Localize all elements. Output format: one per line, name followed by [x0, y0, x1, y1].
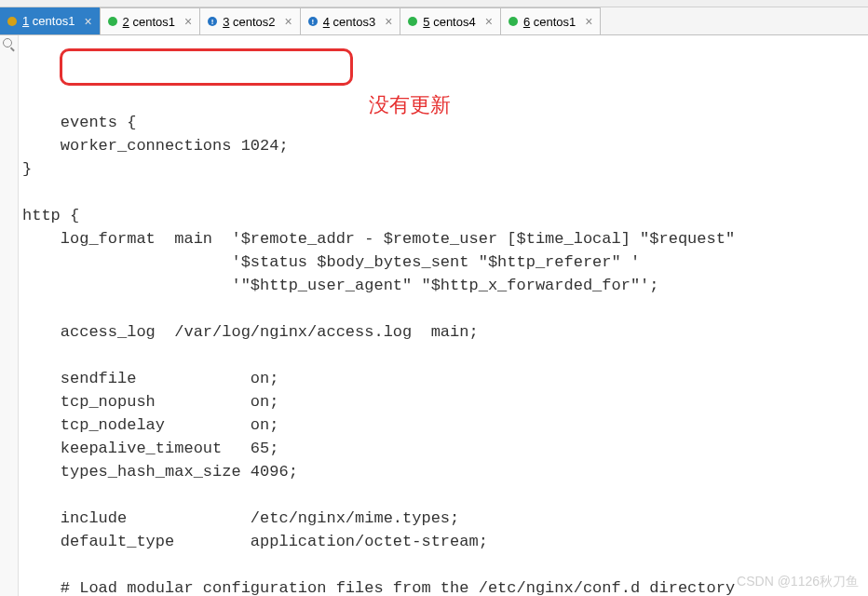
tab-label: 6 centos1 [523, 15, 576, 29]
window-top-border [0, 0, 868, 7]
tab-label: 1 centos1 [22, 14, 75, 28]
editor-gutter [0, 35, 19, 596]
close-icon[interactable]: × [385, 14, 392, 29]
tab-label: 5 centos4 [423, 15, 475, 29]
status-dot-icon [408, 17, 417, 26]
tab-label: 3 centos2 [223, 15, 275, 29]
close-icon[interactable]: × [485, 14, 493, 29]
code-editor[interactable]: 没有更新 events { worker_connections 1024; }… [19, 35, 868, 596]
tab-centos1-2[interactable]: 2 centos1× [101, 7, 201, 34]
close-icon[interactable]: × [84, 14, 91, 29]
content-area: 没有更新 events { worker_connections 1024; }… [0, 35, 868, 596]
tab-label: 4 centos3 [323, 15, 375, 29]
tab-centos3-4[interactable]: !4 centos3× [301, 7, 401, 34]
tab-label: 2 centos1 [123, 15, 175, 29]
search-icon[interactable] [3, 38, 15, 50]
highlight-box [60, 48, 353, 86]
close-icon[interactable]: × [585, 14, 592, 29]
tab-bar: 1 centos1×2 centos1×!3 centos2×!4 centos… [0, 7, 868, 35]
tab-centos1-6[interactable]: 6 centos1× [501, 7, 602, 34]
close-icon[interactable]: × [184, 14, 192, 29]
close-icon[interactable]: × [285, 14, 292, 29]
info-icon: ! [208, 17, 217, 26]
tab-centos1-1[interactable]: 1 centos1× [0, 7, 101, 34]
tab-centos2-3[interactable]: !3 centos2× [200, 7, 301, 34]
status-dot-icon [108, 17, 117, 26]
status-dot-icon [7, 17, 17, 26]
status-dot-icon [509, 17, 518, 26]
info-icon: ! [308, 17, 318, 26]
code-content: events { worker_connections 1024; } http… [22, 114, 735, 596]
tab-centos4-5[interactable]: 5 centos4× [400, 7, 501, 34]
annotation-text: 没有更新 [369, 93, 451, 116]
